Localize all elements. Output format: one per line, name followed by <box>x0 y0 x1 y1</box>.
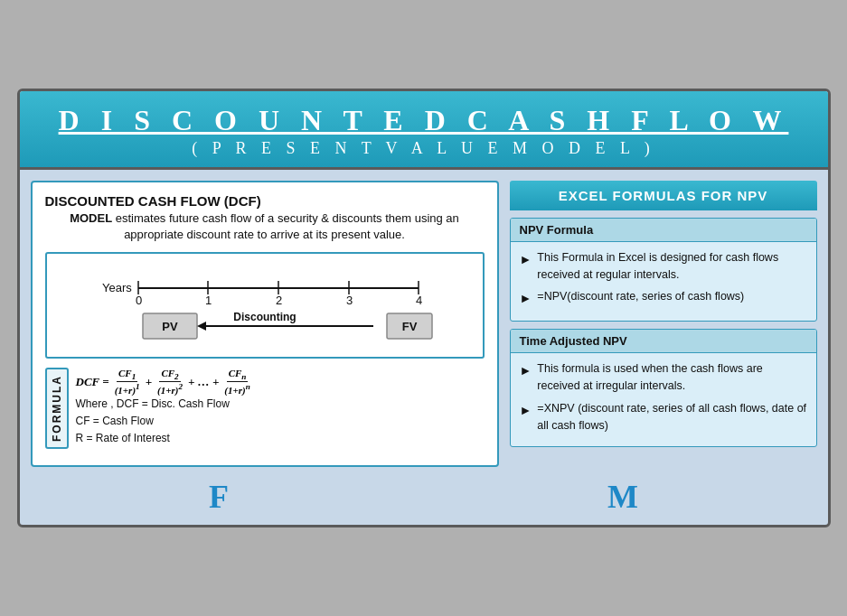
footer-row: F M <box>20 474 828 525</box>
npv-item-1-2: ► =NPV(discount rate, series of cash flo… <box>520 288 807 308</box>
svg-text:1: 1 <box>205 294 212 307</box>
content-row: DISCOUNTED CASH FLOW (DCF) MODEL estimat… <box>20 170 828 474</box>
npv-card-2-header: Time Adjusted NPV <box>511 330 816 353</box>
npv-card-2: Time Adjusted NPV ► This formula is used… <box>510 329 817 447</box>
formula-label: FORMULA <box>45 368 69 449</box>
arrow-icon-1: ► <box>520 250 532 269</box>
right-panel: EXCEL FORMULAS FOR NPV NPV Formula ► Thi… <box>510 181 817 467</box>
formula-section: FORMULA DCF = CF1 (1+r)1 + CF2 (1+r)2 <box>45 368 485 449</box>
main-title: D I S C O U N T E D C A S H F L O W <box>38 104 810 137</box>
svg-text:FV: FV <box>401 320 417 333</box>
dcf-description: MODEL estimates future cash flow of a se… <box>45 210 485 243</box>
arrow-icon-3: ► <box>520 361 532 380</box>
npv-item-2-1: ► This formula is used when the cash flo… <box>520 360 807 395</box>
npv-text-2-1: This formula is used when the cash flows… <box>537 360 806 395</box>
footer-letter-f: F <box>209 478 229 516</box>
npv-card-1-body: ► This Formula in Excel is designed for … <box>511 242 816 322</box>
svg-text:Years: Years <box>102 281 132 294</box>
formula-equation: DCF = CF1 (1+r)1 + CF2 (1+r)2 + … + CFn <box>76 368 485 396</box>
svg-text:2: 2 <box>276 294 282 307</box>
npv-text-1-2: =NPV(discount rate, series of cash flows… <box>537 288 744 305</box>
timeline-diagram: Years 0 1 2 3 4 PV FV Discountin <box>45 252 485 359</box>
svg-text:Discounting: Discounting <box>233 311 296 323</box>
excel-header: EXCEL FORMULAS FOR NPV <box>510 181 817 210</box>
svg-marker-17 <box>197 322 206 331</box>
fraction-1: CF1 (1+r)1 <box>113 368 142 396</box>
svg-text:3: 3 <box>346 294 353 307</box>
npv-card-1: NPV Formula ► This Formula in Excel is d… <box>510 218 817 322</box>
formula-content: DCF = CF1 (1+r)1 + CF2 (1+r)2 + … + CFn <box>76 368 485 447</box>
npv-card-1-header: NPV Formula <box>511 219 816 242</box>
arrow-icon-4: ► <box>520 401 532 420</box>
npv-text-1-1: This Formula in Excel is designed for ca… <box>537 249 806 284</box>
sub-title: ( P R E S E N T V A L U E M O D E L ) <box>38 139 810 158</box>
dcf-title: DISCOUNTED CASH FLOW (DCF) <box>45 193 485 209</box>
timeline-svg: Years 0 1 2 3 4 PV FV Discountin <box>56 263 474 344</box>
npv-text-2-2: =XNPV (discount rate, series of all cash… <box>537 400 806 434</box>
fraction-n: CFn (1+r)n <box>222 368 251 396</box>
npv-item-2-2: ► =XNPV (discount rate, series of all ca… <box>520 400 807 434</box>
formula-variables: Where , DCF = Disc. Cash Flow CF = Cash … <box>76 396 485 448</box>
svg-text:PV: PV <box>162 320 178 333</box>
arrow-icon-2: ► <box>520 289 532 308</box>
npv-card-2-body: ► This formula is used when the cash flo… <box>511 353 816 446</box>
svg-text:4: 4 <box>416 294 422 307</box>
npv-item-1-1: ► This Formula in Excel is designed for … <box>520 249 807 284</box>
left-panel: DISCOUNTED CASH FLOW (DCF) MODEL estimat… <box>31 181 499 467</box>
fraction-2: CF2 (1+r)2 <box>155 368 184 396</box>
footer-letter-m: M <box>607 478 638 516</box>
svg-text:0: 0 <box>136 294 142 307</box>
title-banner: D I S C O U N T E D C A S H F L O W ( P … <box>20 91 828 170</box>
main-container: D I S C O U N T E D C A S H F L O W ( P … <box>17 89 831 527</box>
